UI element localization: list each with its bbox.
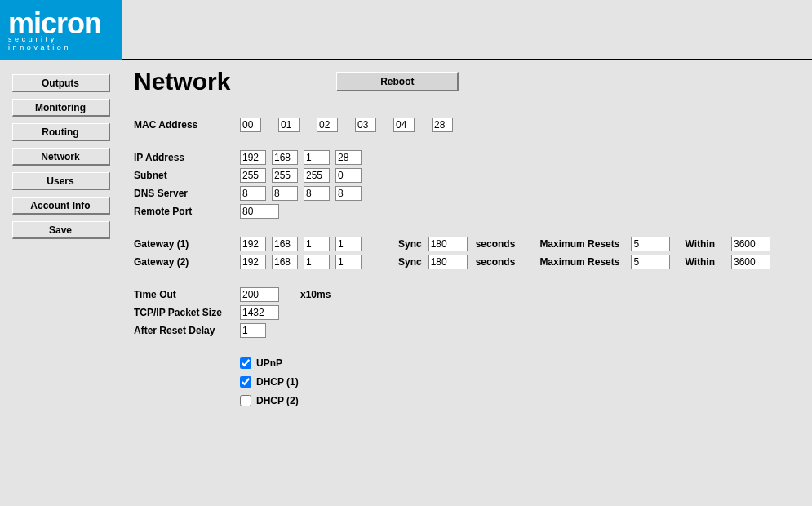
dns-2[interactable] [304,186,330,201]
nav-routing[interactable]: Routing [12,123,110,141]
logo: micron security innovation [0,0,122,60]
subnet-label: Subnet [134,170,240,181]
dhcp2-checkbox[interactable] [240,395,251,406]
rport-label: Remote Port [134,206,240,217]
gw2-within[interactable] [731,255,770,269]
gw1-sync-label: Sync [398,238,422,250]
gw1-within[interactable] [731,237,770,251]
reset-delay[interactable] [240,323,266,338]
gw2-within-label: Within [685,256,715,268]
content: Network Reboot MAC Address IP Address Su… [122,60,812,506]
gw2-sync-label: Sync [398,256,422,268]
pktsize-label: TCP/IP Packet Size [134,307,240,318]
gw2-maxresets-label: Maximum Resets [539,256,619,268]
ip-0[interactable] [240,150,266,165]
upnp-checkbox[interactable] [240,357,251,369]
logo-subtitle: security innovation [8,35,114,51]
main-area: Outputs Monitoring Routing Network Users… [0,60,812,506]
mac-5[interactable] [432,118,453,132]
gw1-maxresets[interactable] [631,237,670,251]
resetdelay-label: After Reset Delay [134,325,240,336]
reboot-button[interactable]: Reboot [336,72,459,91]
dns-label: DNS Server [134,188,240,199]
sidebar: Outputs Monitoring Routing Network Users… [0,60,122,506]
nav-users[interactable]: Users [12,172,110,190]
mac-label: MAC Address [134,119,240,131]
page-title: Network [134,68,230,95]
gw2-2[interactable] [304,255,330,269]
remote-port[interactable] [240,204,279,219]
dns-1[interactable] [272,186,298,201]
dhcp1-label: DHCP (1) [256,376,299,388]
mac-0[interactable] [240,118,261,132]
nav-network[interactable]: Network [12,148,110,166]
gw2-maxresets[interactable] [631,255,670,269]
gw1-maxresets-label: Maximum Resets [539,238,619,250]
gw1-sync[interactable] [428,237,468,251]
mac-2[interactable] [317,118,338,132]
dns-3[interactable] [335,186,362,201]
packet-size[interactable] [240,305,279,320]
gw1-0[interactable] [240,237,266,251]
timeout-label: Time Out [134,289,240,300]
header: micron security innovation [0,0,812,60]
ip-2[interactable] [304,150,330,165]
mac-4[interactable] [393,118,415,132]
gw2-seconds-label: seconds [476,256,516,268]
dns-0[interactable] [240,186,266,201]
gw1-3[interactable] [335,237,362,251]
dhcp1-checkbox[interactable] [240,376,251,388]
gw2-1[interactable] [272,255,298,269]
subnet-0[interactable] [240,168,266,183]
subnet-3[interactable] [335,168,362,183]
timeout[interactable] [240,287,279,302]
nav-save[interactable]: Save [12,221,110,239]
gw2-3[interactable] [335,255,362,269]
gw1-within-label: Within [685,238,715,250]
nav-monitoring[interactable]: Monitoring [12,99,110,117]
ip-label: IP Address [134,152,240,163]
mac-3[interactable] [355,118,376,132]
nav-outputs[interactable]: Outputs [12,74,110,92]
nav-account-info[interactable]: Account Info [12,197,110,215]
mac-1[interactable] [278,118,300,132]
timeout-unit: x10ms [300,289,331,300]
subnet-1[interactable] [272,168,298,183]
ip-1[interactable] [272,150,298,165]
gw2-label: Gateway (2) [134,256,240,268]
gw1-2[interactable] [304,237,330,251]
dhcp2-label: DHCP (2) [256,395,299,406]
ip-3[interactable] [335,150,362,165]
gw1-seconds-label: seconds [476,238,516,250]
logo-title: micron [8,11,114,37]
gw2-0[interactable] [240,255,266,269]
upnp-label: UPnP [256,357,282,369]
gw1-1[interactable] [272,237,298,251]
subnet-2[interactable] [304,168,330,183]
gw1-label: Gateway (1) [134,238,240,250]
gw2-sync[interactable] [428,255,468,269]
